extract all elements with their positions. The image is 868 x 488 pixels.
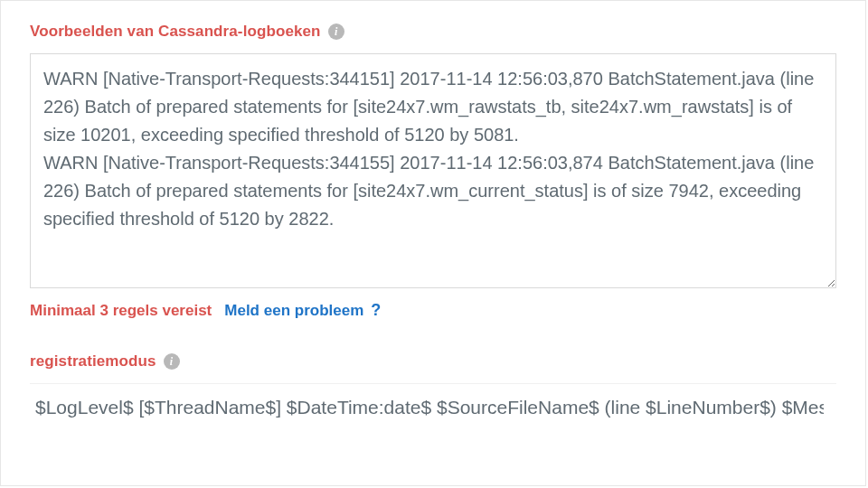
helper-row: Minimaal 3 regels vereist Meld een probl… bbox=[30, 301, 836, 320]
registration-mode-label-row: registratiemodus i bbox=[30, 352, 836, 371]
log-pattern-input[interactable] bbox=[30, 383, 836, 430]
info-icon[interactable]: i bbox=[164, 353, 180, 370]
min-lines-hint: Minimaal 3 regels vereist bbox=[30, 302, 212, 320]
log-samples-label-row: Voorbeelden van Cassandra-logboeken i bbox=[30, 23, 836, 41]
registration-mode-section: registratiemodus i bbox=[30, 352, 836, 430]
log-samples-textarea[interactable] bbox=[30, 53, 836, 288]
registration-mode-label: registratiemodus bbox=[30, 352, 156, 371]
report-problem-link[interactable]: Meld een probleem bbox=[224, 302, 363, 320]
log-samples-label: Voorbeelden van Cassandra-logboeken bbox=[30, 23, 321, 41]
help-icon[interactable]: ? bbox=[371, 301, 381, 320]
info-icon[interactable]: i bbox=[328, 23, 344, 40]
settings-panel: Voorbeelden van Cassandra-logboeken i Mi… bbox=[0, 0, 866, 486]
